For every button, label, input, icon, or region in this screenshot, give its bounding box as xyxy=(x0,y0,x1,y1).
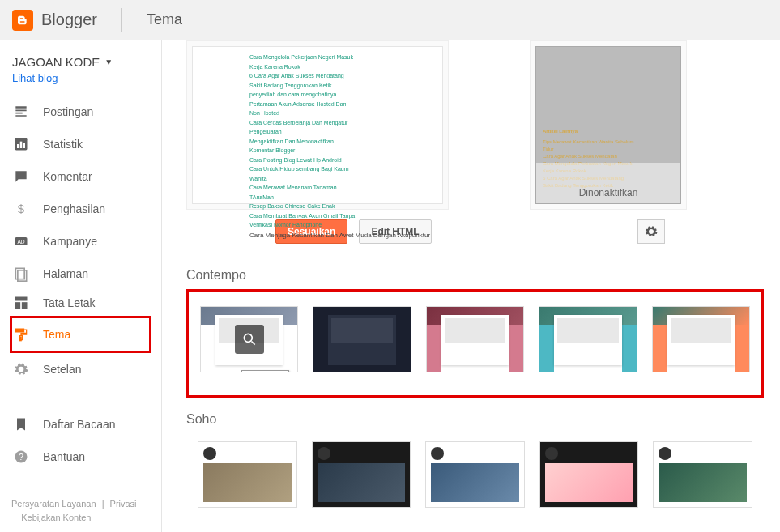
preview-line: Mengaktifkan Dan Menonaktifkan xyxy=(249,138,434,147)
preview-line: penyediah dan cara mengobatinya xyxy=(249,91,434,100)
help-icon: ? xyxy=(12,448,30,466)
blogger-logo-icon xyxy=(12,10,33,31)
svg-rect-12 xyxy=(15,329,25,333)
theme-soho-2[interactable] xyxy=(312,441,411,508)
sidebar-item-help[interactable]: ? Bantuan xyxy=(0,440,161,473)
caret-down-icon: ▼ xyxy=(104,57,113,66)
comment-icon xyxy=(12,168,30,185)
mobile-preview-box: Artikel Lainnya Tips Merawat Kecantikan … xyxy=(530,40,687,210)
nav-label: Tema xyxy=(43,328,70,341)
nav-label: Kampanye xyxy=(43,235,97,248)
preview-line: Kerja Karena Rokok xyxy=(249,63,434,72)
preview-article-title: Cara Menjaga Kecantikan Dan Awet Muda De… xyxy=(249,231,434,240)
nav-label: Setelan xyxy=(43,363,81,376)
ad-icon: AD xyxy=(12,232,30,250)
svg-text:$: $ xyxy=(18,202,25,215)
svg-rect-11 xyxy=(22,302,28,309)
mobile-section-header: Artikel Lainnya xyxy=(543,128,674,135)
theme-soho-3[interactable] xyxy=(425,441,525,508)
stats-icon xyxy=(12,135,30,153)
layout-icon xyxy=(12,294,30,312)
preview-line: Cara Membuat Banyak Akun Gmail Tanpa xyxy=(249,212,434,221)
mobile-line: Cara Agar Anak Sukses Mendatah xyxy=(543,153,674,160)
svg-point-16 xyxy=(244,334,252,342)
live-preview[interactable]: Cara Mengelola Pekerjaan Negeri MasukKer… xyxy=(192,46,443,204)
svg-text:?: ? xyxy=(19,452,23,462)
nav-label: Bantuan xyxy=(43,450,85,463)
preview-line: Pengeluaran xyxy=(249,128,434,137)
terms-link[interactable]: Persyaratan Layanan xyxy=(8,499,100,509)
sidebar-item-reading-list[interactable]: Daftar Bacaan xyxy=(0,408,161,440)
preview-line: 6 Cara Agar Anak Sukses Mendatang xyxy=(249,72,434,81)
section-title-soho: Soho xyxy=(186,412,764,427)
privacy-link[interactable]: Privasi xyxy=(107,499,140,509)
post-icon xyxy=(12,103,30,121)
preview-line: Cara Mengelola Pekerjaan Negeri Masuk xyxy=(249,53,434,62)
theme-contempo-pink[interactable] xyxy=(426,306,524,372)
live-preview-box: Cara Mengelola Pekerjaan Negeri MasukKer… xyxy=(186,40,449,210)
nav-label: Postingan xyxy=(43,105,93,118)
theme-contempo-teal[interactable] xyxy=(539,306,637,372)
contempo-theme-row: Pratinjau xyxy=(186,289,764,398)
preview-line: Cara Cerdas Berbelanja Dan Mengatur xyxy=(249,119,434,128)
preview-line: Cara Untuk Hidup sembang Bagi Kaum xyxy=(249,165,434,174)
sidebar-item-layout[interactable]: Tata Letak xyxy=(0,290,161,316)
footer-links: Persyaratan Layanan | Privasi Kebijakan … xyxy=(8,497,140,526)
brand-name: Blogger xyxy=(41,11,97,29)
sidebar-item-posts[interactable]: Postingan xyxy=(0,96,161,128)
nav-label: Tata Letak xyxy=(43,296,96,309)
theme-contempo-dark[interactable] xyxy=(313,306,411,372)
paint-roller-icon xyxy=(12,326,30,343)
theme-soho-4[interactable] xyxy=(539,441,639,508)
mobile-line: Tidur xyxy=(543,146,674,153)
svg-rect-9 xyxy=(15,297,28,301)
preview-line: Komentar Blogger xyxy=(249,147,434,155)
section-title-contempo: Contempo xyxy=(186,268,764,283)
theme-soho-5[interactable] xyxy=(653,441,752,508)
bookmark-icon xyxy=(12,415,30,433)
preview-line: Wanita xyxy=(249,175,434,184)
mobile-line: Tips Merawat Kecantikan Wanita Sebelum xyxy=(543,138,674,146)
svg-rect-10 xyxy=(15,302,21,309)
sidebar-item-theme[interactable]: Tema xyxy=(12,318,149,351)
svg-text:AD: AD xyxy=(17,239,24,245)
top-bar: Blogger Tema xyxy=(0,0,780,40)
sidebar-item-campaigns[interactable]: AD Kampanye xyxy=(0,225,161,257)
preview-line: Non Hosted xyxy=(249,109,434,118)
separator xyxy=(121,8,122,32)
preview-line: Pertamaan Akun Adsense Hosted Dan xyxy=(249,100,434,109)
sidebar-item-settings[interactable]: Setelan xyxy=(0,353,161,385)
sidebar-item-comments[interactable]: Komentar xyxy=(0,160,161,193)
svg-rect-1 xyxy=(17,144,19,148)
page-title: Tema xyxy=(147,11,182,28)
mobile-settings-button[interactable] xyxy=(637,219,665,244)
mobile-preview[interactable]: Artikel Lainnya Tips Merawat Kecantikan … xyxy=(535,46,681,204)
view-blog-link[interactable]: Lihat blog xyxy=(12,72,58,84)
main-content: Cara Mengelola Pekerjaan Negeri MasukKer… xyxy=(162,40,780,532)
theme-contempo-light[interactable]: Pratinjau xyxy=(200,306,298,372)
sidebar-item-earnings[interactable]: $ Penghasilan xyxy=(0,193,161,225)
sidebar-item-stats[interactable]: Statistik xyxy=(0,128,161,160)
preview-line: Cara Merawat Menanam Tanaman xyxy=(249,184,434,193)
theme-contempo-orange[interactable] xyxy=(652,306,750,372)
blog-selector[interactable]: JAGOAN KODE ▼ xyxy=(0,55,161,69)
theme-soho-1[interactable] xyxy=(198,441,297,508)
dollar-icon: $ xyxy=(12,200,30,218)
magnify-icon xyxy=(235,325,264,354)
blog-name: JAGOAN KODE xyxy=(12,55,100,69)
sidebar: JAGOAN KODE ▼ Lihat blog Postingan Stati… xyxy=(0,40,162,532)
svg-line-17 xyxy=(251,342,254,345)
preview-line: TAnaMan xyxy=(249,194,434,202)
content-policy-link[interactable]: Kebijakan Konten xyxy=(18,513,94,522)
gear-icon xyxy=(12,360,30,378)
preview-line: Cara Posting Blog Lewat Hp Android xyxy=(249,156,434,165)
preview-line: Resep Bakso Chinese Cake Enak xyxy=(249,202,434,211)
sidebar-item-pages[interactable]: Halaman xyxy=(0,257,161,290)
nav-label: Daftar Bacaan xyxy=(43,418,116,431)
soho-theme-row xyxy=(186,433,764,516)
pages-icon xyxy=(12,265,30,283)
disabled-overlay: Dinonaktifkan xyxy=(536,163,680,203)
svg-rect-13 xyxy=(19,337,22,342)
preview-line: Verifikasi Nomor Handphone xyxy=(249,221,434,230)
svg-rect-3 xyxy=(23,143,26,148)
